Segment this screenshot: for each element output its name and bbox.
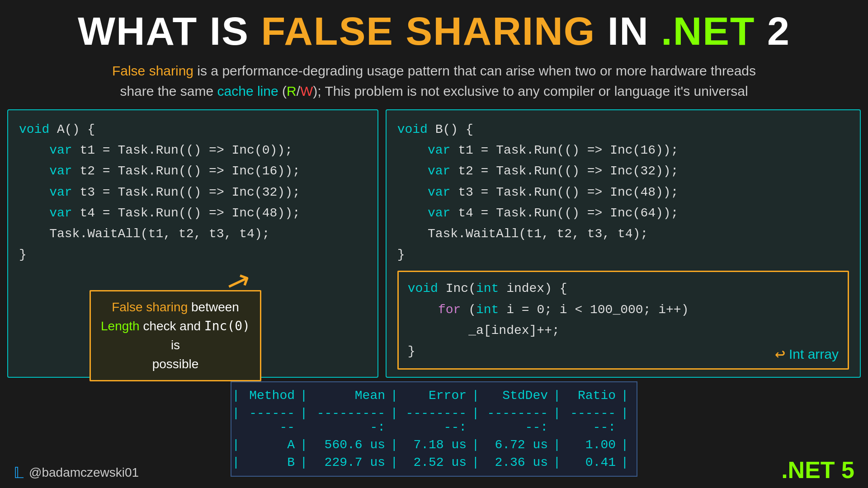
subtitle-false-sharing: False sharing	[112, 63, 193, 78]
header: WHAT IS FALSE SHARING IN .NET 2	[0, 0, 868, 59]
twitter-handle: @badamczewski01	[29, 465, 139, 480]
benchmark-table: | Method | Mean | Error | StdDev | Ratio…	[231, 381, 637, 477]
sep-error: ----------:	[399, 406, 471, 434]
col-ratio: Ratio	[561, 389, 620, 403]
row-b-mean: 229.7 us	[308, 455, 390, 469]
row-a-stddev: 6.72 us	[480, 438, 552, 452]
subtitle-line2-part1: share the same	[120, 84, 217, 99]
panel-b-code: void B() { var t1 = Task.Run(() => Inc(1…	[397, 119, 849, 265]
subtitle: False sharing is a performance-degrading…	[0, 59, 868, 108]
table-row: | B | 229.7 us | 2.52 us | 2.36 us | 0.4…	[231, 454, 637, 471]
table-header-row: | Method | Mean | Error | StdDev | Ratio…	[231, 387, 637, 404]
net5-label: .NET 5	[781, 456, 854, 483]
table-separator-row: | -------- | ----------: | ----------: |…	[231, 404, 637, 436]
twitter-icon: 𝕃	[14, 464, 24, 482]
subtitle-line1-rest: is a performance-degrading usage pattern…	[193, 63, 756, 78]
title-in: IN	[595, 9, 661, 53]
row-b-method: B	[241, 455, 299, 469]
sep-method: --------	[241, 406, 299, 434]
row-a-ratio: 1.00	[561, 438, 620, 452]
row-a-mean: 560.6 us	[308, 438, 390, 452]
sep-ratio: --------:	[561, 406, 620, 434]
footer: 𝕃 @badamczewski01	[14, 464, 139, 482]
col-stddev: StdDev	[480, 389, 552, 403]
subtitle-cache-line: cache line	[217, 84, 278, 99]
row-a-method: A	[241, 438, 299, 452]
sep-stddev: ----------:	[480, 406, 552, 434]
code-panel-a: void A() { var t1 = Task.Run(() => Inc(0…	[7, 109, 378, 378]
row-b-stddev: 2.36 us	[480, 455, 552, 469]
row-b-error: 2.52 us	[399, 455, 471, 469]
title-net: NET	[673, 9, 755, 53]
title-net-dot: .	[661, 9, 673, 53]
tooltip-false-sharing: ↗ False sharing between Length check and…	[90, 290, 261, 381]
title-false-sharing: FALSE SHARING	[261, 9, 595, 53]
row-b-ratio: 0.41	[561, 455, 620, 469]
col-method: Method	[241, 389, 299, 403]
subtitle-r: R	[287, 84, 297, 99]
sep-mean: ----------:	[308, 406, 390, 434]
panel-a-code: void A() { var t1 = Task.Run(() => Inc(0…	[19, 119, 367, 265]
title-num: 2	[755, 9, 790, 53]
col-mean: Mean	[308, 389, 390, 403]
code-panels: void A() { var t1 = Task.Run(() => Inc(0…	[0, 109, 868, 378]
title-what-is: WHAT IS	[78, 9, 261, 53]
table-row: | A | 560.6 us | 7.18 us | 6.72 us | 1.0…	[231, 436, 637, 454]
int-array-label: Int array	[789, 347, 839, 362]
subtitle-w: W	[300, 84, 313, 99]
row-a-error: 7.18 us	[399, 438, 471, 452]
inc-function-box: void Inc(int index) { for (int i = 0; i …	[397, 271, 849, 370]
code-panel-b: void B() { var t1 = Task.Run(() => Inc(1…	[386, 109, 861, 378]
col-error: Error	[399, 389, 471, 403]
